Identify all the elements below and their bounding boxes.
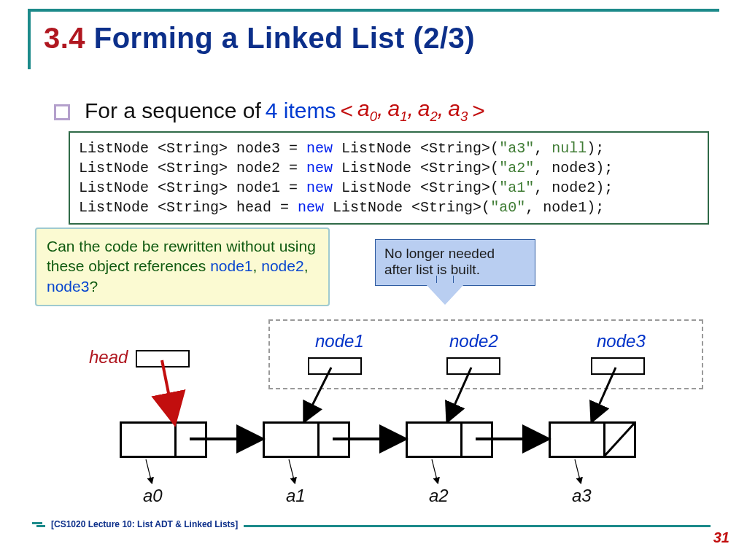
- label-node3: node3: [597, 331, 646, 351]
- listnode-a2: [406, 421, 493, 458]
- label-head: head: [89, 347, 128, 368]
- ref-node3: node3: [47, 278, 89, 295]
- page-number: 31: [713, 529, 729, 546]
- bullet-square-icon: [54, 104, 70, 120]
- note-line2: after list is built.: [384, 262, 526, 278]
- arrow-a2-data: [432, 459, 438, 483]
- code-line-3: ListNode <String> node1 = new ListNode <…: [79, 178, 699, 198]
- obsolete-refs-group: [268, 319, 703, 389]
- arrow-a1-data: [289, 459, 295, 483]
- code-snippet: ListNode <String> node3 = new ListNode <…: [69, 131, 709, 225]
- title-text: Forming a Linked List (2/3): [94, 22, 475, 54]
- code-line-2: ListNode <String> node2 = new ListNode <…: [79, 158, 699, 178]
- footer-dash-icon: [32, 522, 42, 524]
- bullet-prefix: For a sequence of: [85, 98, 261, 123]
- seq-a0: a0,: [357, 96, 383, 125]
- data-label-a3: a3: [572, 486, 592, 506]
- callout-down-arrow-icon: [425, 283, 465, 305]
- seq-open: <: [341, 98, 354, 123]
- data-label-a2: a2: [429, 486, 449, 506]
- listnode-a1: [263, 421, 350, 458]
- slide: 3.4 Forming a Linked List (2/3) For a se…: [0, 0, 747, 560]
- title-border: 3.4 Forming a Linked List (2/3): [28, 9, 719, 69]
- listnode-a3: [549, 421, 636, 458]
- bullet-item-count: 4 items: [266, 98, 336, 123]
- label-node1: node1: [315, 331, 364, 351]
- listnode-a0: [120, 421, 207, 458]
- title-section-number: 3.4: [44, 22, 85, 54]
- refbox-node3: [591, 357, 645, 375]
- note-callout: No longer needed after list is built.: [375, 239, 535, 286]
- label-node2: node2: [449, 331, 498, 351]
- ref-node1: node1: [210, 257, 252, 274]
- sequence-bullet: For a sequence of 4 items < a0, a1, a2, …: [54, 96, 485, 125]
- code-line-4: ListNode <String> head = new ListNode <S…: [79, 198, 699, 217]
- refbox-node2: [446, 357, 500, 375]
- question-callout: Can the code be rewritten without using …: [35, 228, 330, 306]
- refbox-node1: [308, 357, 362, 375]
- ref-node2: node2: [261, 257, 303, 274]
- note-line1: No longer needed: [384, 246, 526, 262]
- data-label-a1: a1: [286, 486, 306, 506]
- data-label-a0: a0: [143, 486, 163, 506]
- seq-a1: a1,: [387, 96, 413, 125]
- arrow-a0-data: [146, 459, 152, 483]
- seq-a2: a2,: [418, 96, 444, 125]
- arrow-head-to-a0: [162, 360, 174, 419]
- footer-lecture-ref: [CS1020 Lecture 10: List ADT & Linked Li…: [45, 519, 244, 529]
- code-line-1: ListNode <String> node3 = new ListNode <…: [79, 139, 699, 158]
- arrow-a3-data: [575, 459, 581, 483]
- slide-title: 3.4 Forming a Linked List (2/3): [44, 22, 719, 55]
- refbox-head: [136, 350, 190, 368]
- seq-close: >: [472, 98, 485, 123]
- seq-a3: a3: [448, 96, 468, 125]
